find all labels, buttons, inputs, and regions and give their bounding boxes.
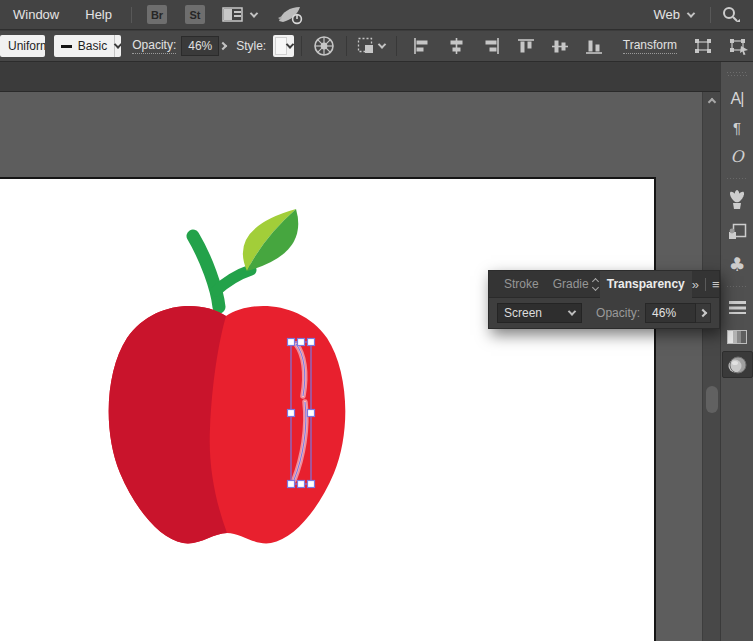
opacity-input[interactable]: 46% — [181, 36, 219, 56]
vertical-scrollbar[interactable] — [702, 92, 720, 641]
width-profile-value: Uniform — [8, 39, 45, 53]
stroke-style-dropdown[interactable]: Basic — [54, 35, 121, 57]
symbols-panel-icon[interactable]: ♣ — [722, 248, 753, 279]
stroke-panel-icon[interactable] — [722, 293, 753, 322]
scroll-up-icon[interactable] — [703, 95, 721, 109]
transform-pointer-icon[interactable] — [725, 33, 753, 59]
align-right-icon[interactable] — [479, 33, 504, 59]
menu-separator — [710, 7, 711, 23]
control-bar: Uniform Basic Opacity: 46% Style: — [0, 31, 753, 62]
recolor-artwork-icon[interactable] — [309, 33, 339, 59]
apple-shadow-crescent[interactable] — [109, 306, 227, 543]
align-left-icon[interactable] — [409, 33, 434, 59]
panel-body: Screen Opacity: 46% — [489, 298, 719, 328]
illustrator-window: Window Help Br St Web — [0, 0, 753, 641]
bridge-icon[interactable]: Br — [147, 5, 167, 24]
gradient-panel-icon[interactable] — [722, 322, 753, 351]
tab-overflow-icon — [593, 279, 598, 290]
chevron-down-icon — [114, 40, 121, 48]
workspace-switcher[interactable]: Web — [644, 7, 705, 22]
menu-help[interactable]: Help — [72, 0, 125, 30]
handle-top-left[interactable] — [288, 339, 295, 346]
chevron-down-icon — [378, 40, 386, 48]
tab-stroke[interactable]: Stroke — [497, 271, 546, 298]
handle-bottom-left[interactable] — [288, 481, 295, 488]
search-icon[interactable] — [717, 2, 745, 28]
menu-window[interactable]: Window — [0, 0, 72, 30]
align-to-dropdown-icon[interactable] — [353, 33, 389, 59]
transparency-panel: Stroke Gradie Transparency » ≡ Screen Op… — [488, 270, 720, 329]
blend-mode-value: Screen — [504, 306, 542, 320]
free-transform-icon[interactable] — [689, 33, 717, 59]
workspace-chevron-icon[interactable] — [250, 9, 258, 17]
handle-top-center[interactable] — [298, 339, 305, 346]
panel-dock: A| ¶ O ♣ — [720, 62, 753, 641]
stem-branch[interactable] — [216, 270, 251, 291]
scrollbar-thumb[interactable] — [706, 386, 718, 413]
panel-opacity-expand-button[interactable] — [696, 303, 711, 323]
dock-separator — [727, 176, 747, 180]
dock-separator — [727, 284, 747, 288]
align-middle-icon[interactable] — [548, 33, 572, 59]
handle-mid-right[interactable] — [308, 410, 315, 417]
tab-gradient[interactable]: Gradie — [546, 271, 591, 298]
panel-tab-bar: Stroke Gradie Transparency » ≡ — [489, 271, 719, 298]
style-swatch — [275, 37, 286, 55]
handle-bottom-center[interactable] — [298, 481, 305, 488]
paragraph-panel-icon[interactable]: ¶ — [722, 113, 753, 142]
opacity-value: 46% — [188, 39, 212, 53]
align-top-icon[interactable] — [514, 33, 538, 59]
handle-bottom-right[interactable] — [308, 481, 315, 488]
gpu-performance-icon[interactable] — [273, 2, 308, 28]
opentype-panel-icon[interactable]: O — [722, 142, 753, 171]
workspace-value: Web — [654, 7, 681, 22]
chevron-down-icon — [286, 40, 294, 48]
panel-opacity-input[interactable]: 46% — [645, 303, 696, 323]
align-center-icon[interactable] — [444, 33, 469, 59]
transparency-panel-icon[interactable] — [722, 351, 753, 378]
panel-opacity-label[interactable]: Opacity: — [596, 306, 640, 320]
menu-separator — [131, 7, 132, 23]
tab-transparency[interactable]: Transparency — [600, 271, 692, 298]
character-panel-icon[interactable]: A| — [722, 84, 753, 113]
stroke-style-value: Basic — [78, 39, 114, 53]
document-tab-bar — [0, 63, 720, 92]
graphic-styles-panel-icon[interactable] — [722, 216, 753, 248]
align-bottom-icon[interactable] — [582, 33, 606, 59]
dock-drag-handle[interactable] — [727, 72, 747, 76]
stock-icon[interactable]: St — [185, 5, 205, 24]
graphic-style-dropdown[interactable] — [273, 35, 294, 57]
opacity-label[interactable]: Opacity: — [132, 38, 176, 54]
handle-top-right[interactable] — [308, 339, 315, 346]
transform-label[interactable]: Transform — [623, 38, 677, 54]
stroke-preview-icon — [61, 45, 72, 48]
collapse-panel-icon[interactable]: » — [692, 277, 699, 292]
brushes-panel-icon[interactable] — [722, 185, 753, 216]
panel-opacity-value: 46% — [652, 306, 676, 320]
workspace-layout-icon[interactable] — [218, 2, 247, 28]
blend-mode-select[interactable]: Screen — [497, 303, 582, 323]
apple-artwork[interactable] — [85, 195, 365, 555]
handle-mid-left[interactable] — [288, 410, 295, 417]
width-profile-dropdown[interactable]: Uniform — [0, 35, 45, 57]
opacity-expand-button[interactable] — [219, 36, 227, 56]
panel-menu-icon[interactable]: ≡ — [712, 277, 720, 292]
chevron-down-icon — [568, 307, 576, 315]
style-label: Style: — [236, 39, 266, 53]
chevron-down-icon — [687, 9, 695, 17]
menu-bar: Window Help Br St Web — [0, 0, 753, 30]
